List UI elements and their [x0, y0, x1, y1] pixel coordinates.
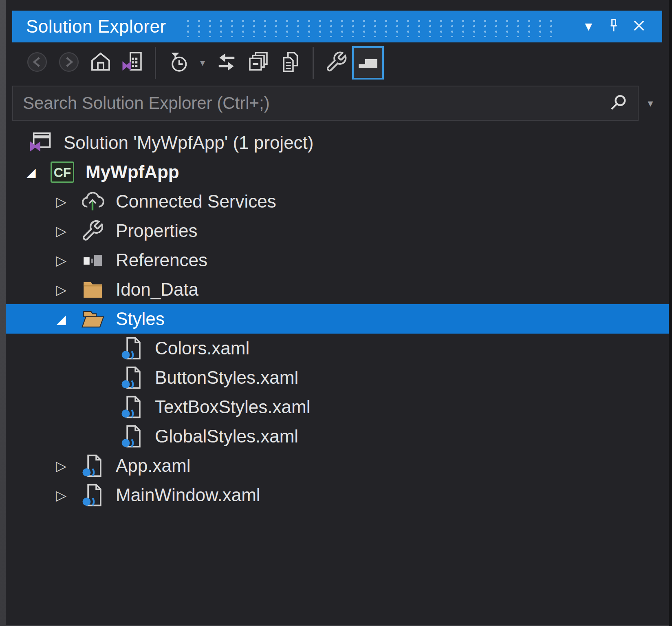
tree-item-label: MyWpfApp [86, 162, 179, 182]
xaml-file-icon [81, 454, 104, 478]
tree-item-label: App.xaml [116, 456, 190, 476]
tree-item-connected-services[interactable]: ▷Connected Services [6, 187, 669, 216]
collapse-all-icon [247, 51, 270, 75]
expand-arrow-icon[interactable]: ▷ [42, 223, 81, 239]
search-input[interactable] [13, 86, 599, 120]
tree-item-properties[interactable]: ▷Properties [6, 216, 669, 246]
expand-arrow-icon[interactable]: ▷ [42, 193, 81, 210]
collapse-arrow-icon[interactable]: ◢ [11, 165, 51, 179]
tree-item-references[interactable]: ▷References [6, 246, 669, 275]
auto-hide-button[interactable] [601, 14, 626, 39]
solution-explorer-window: Solution Explorer ▼ ▾ ▾ Solution 'MyWpfA… [6, 0, 669, 626]
tree-item-app-xaml[interactable]: ▷App.xaml [6, 451, 669, 480]
tree-item-globalstyles-xaml[interactable]: GlobalStyles.xaml [6, 422, 669, 451]
solution-icon [29, 131, 52, 155]
tree-item-textboxstyles-xaml[interactable]: TextBoxStyles.xaml [6, 392, 669, 422]
tree-item-label: MainWindow.xaml [116, 485, 260, 505]
xaml-file-icon [120, 336, 143, 360]
references-icon [81, 248, 104, 272]
tree-item-label: TextBoxStyles.xaml [155, 397, 310, 417]
toolbar-separator [155, 47, 156, 79]
tree-item-mainwindow-xaml[interactable]: ▷MainWindow.xaml [6, 480, 669, 510]
sync-with-active-document-button[interactable] [117, 46, 148, 80]
tree-item-label: GlobalStyles.xaml [155, 426, 298, 447]
home-button[interactable] [85, 46, 117, 80]
show-all-files-icon [279, 51, 302, 75]
forward-button[interactable] [53, 46, 85, 80]
tool-window-title-bar[interactable]: Solution Explorer ▼ [12, 11, 662, 42]
wrench-icon [81, 219, 104, 243]
close-button[interactable] [626, 14, 652, 39]
expand-arrow-icon[interactable]: ▷ [42, 458, 81, 474]
close-icon [631, 18, 647, 35]
chevron-down-icon: ▼ [582, 20, 595, 33]
tree-item-label: Styles [116, 309, 165, 329]
search-icon[interactable] [599, 86, 638, 120]
search-options-caret[interactable]: ▾ [639, 86, 662, 121]
collapse-arrow-icon[interactable]: ◢ [42, 312, 81, 326]
xaml-file-icon [120, 425, 143, 448]
back-button[interactable] [21, 46, 53, 80]
home-icon [89, 51, 112, 75]
toolbar-separator [313, 47, 314, 79]
back-icon [26, 51, 48, 75]
solution-tree: Solution 'MyWpfApp' (1 project)◢CFMyWpfA… [6, 124, 669, 510]
xaml-file-icon [81, 483, 104, 507]
collapse-all-button[interactable] [242, 46, 274, 80]
expand-arrow-icon[interactable]: ▷ [42, 487, 81, 503]
tree-item-colors-xaml[interactable]: Colors.xaml [6, 334, 669, 363]
search-box [12, 86, 639, 121]
tree-item-idon-data[interactable]: ▷Idon_Data [6, 275, 669, 304]
tree-item-label: References [116, 250, 207, 270]
folder-open-icon [81, 307, 104, 331]
tree-item-styles[interactable]: ◢Styles [6, 304, 669, 334]
csharp-project-badge: CF [51, 161, 74, 183]
cloud-upload-icon [81, 190, 104, 213]
expand-arrow-icon[interactable]: ▷ [42, 281, 81, 298]
preview-selected-items-button[interactable] [352, 46, 384, 80]
sync-active-document-icon [121, 51, 144, 75]
tree-item-label: Colors.xaml [155, 338, 249, 358]
tree-item-label: Properties [116, 221, 198, 241]
history-filter-icon [167, 51, 190, 75]
tree-item-solution-mywpfapp-1-project[interactable]: Solution 'MyWpfApp' (1 project) [6, 128, 669, 157]
xaml-file-icon [120, 395, 143, 419]
tree-item-label: Solution 'MyWpfApp' (1 project) [64, 133, 314, 153]
wrench-icon [325, 51, 348, 75]
refresh-button[interactable] [211, 46, 242, 80]
refresh-icon [215, 51, 238, 75]
tree-item-label: ButtonStyles.xaml [155, 367, 298, 388]
pin-icon [606, 18, 622, 35]
properties-button[interactable] [320, 46, 352, 80]
window-title: Solution Explorer [26, 16, 166, 37]
show-all-files-button[interactable] [274, 46, 306, 80]
preview-selected-items-icon [357, 51, 379, 75]
tree-item-label: Connected Services [116, 191, 276, 212]
csharp-project-icon: CF [51, 160, 74, 184]
tree-item-label: Idon_Data [116, 279, 198, 300]
pending-changes-filter-caret[interactable]: ▾ [194, 46, 211, 80]
expand-arrow-icon[interactable]: ▷ [42, 252, 81, 268]
window-position-button[interactable]: ▼ [576, 14, 601, 39]
folder-closed-icon [81, 278, 104, 301]
tree-item-mywpfapp[interactable]: ◢CFMyWpfApp [6, 157, 669, 187]
search-row: ▾ [12, 86, 662, 121]
xaml-file-icon [120, 366, 143, 389]
pending-changes-filter-button[interactable] [163, 46, 194, 80]
title-drag-dots [183, 18, 561, 37]
forward-icon [57, 51, 80, 75]
solution-explorer-toolbar: ▾ [12, 42, 662, 83]
tree-item-buttonstyles-xaml[interactable]: ButtonStyles.xaml [6, 363, 669, 392]
dock-edge-strip [0, 0, 6, 626]
